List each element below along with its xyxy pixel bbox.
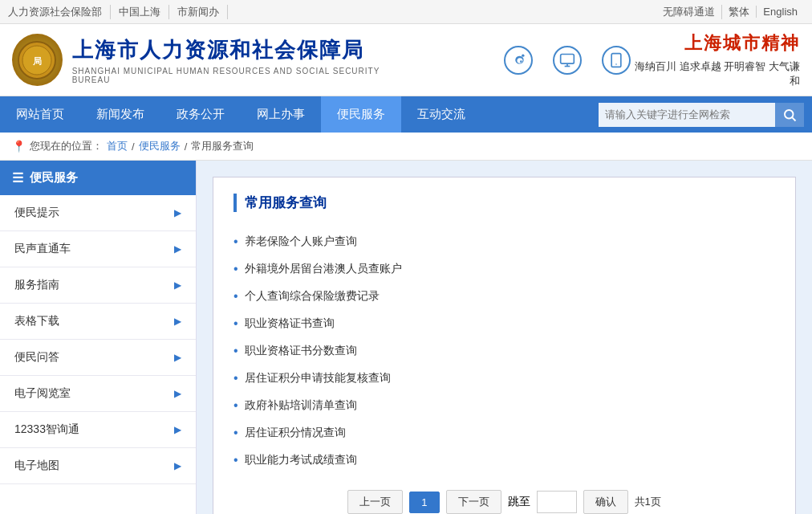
content-box: 常用服务查询 养老保险个人账户查询 外籍境外居留台港澳人员查账户 个人查询综合保… [213, 177, 796, 514]
mobile-icon [602, 46, 631, 75]
next-page-button[interactable]: 下一页 [446, 490, 501, 514]
list-item: 职业资格证书分数查询 [233, 337, 775, 365]
total-pages: 共1页 [635, 495, 661, 509]
sidebar-item-label: 电子阅览室 [14, 386, 71, 401]
nav-online[interactable]: 网上办事 [241, 96, 321, 133]
top-link-accessible[interactable]: 无障碍通道 [656, 5, 721, 19]
breadcrumb-service[interactable]: 便民服务 [139, 139, 181, 153]
sidebar-arrow-icon: ▶ [174, 279, 181, 291]
sidebar-arrow-icon: ▶ [174, 352, 181, 363]
sidebar-header: ☰ 便民服务 [0, 161, 196, 195]
nav: 网站首页 新闻发布 政务公开 网上办事 便民服务 互动交流 [0, 96, 812, 133]
service-link[interactable]: 外籍境外居留台港澳人员查账户 [245, 262, 402, 276]
logo-subtitle: SHANGHAI MUNICIPAL HUMAN RESOURCES AND S… [72, 67, 408, 84]
svg-rect-7 [611, 53, 621, 67]
nav-service[interactable]: 便民服务 [321, 96, 401, 133]
breadcrumb-label: 您现在的位置： [30, 139, 103, 153]
sidebar-item-label: 便民提示 [14, 206, 59, 220]
list-item: 职业能力考试成绩查询 [233, 447, 775, 474]
service-link[interactable]: 养老保险个人账户查询 [245, 235, 357, 249]
breadcrumb: 📍 您现在的位置： 首页 / 便民服务 / 常用服务查询 [0, 133, 812, 161]
top-bar: 人力资源社会保险部 中国上海 市新闻办 无障碍通道 繁体 English [0, 0, 812, 24]
nav-gov[interactable]: 政务公开 [160, 96, 241, 133]
menu-icon: ☰ [12, 170, 23, 186]
breadcrumb-sep1: / [132, 141, 135, 153]
top-link-traditional[interactable]: 繁体 [721, 5, 756, 19]
monitor-icon-item[interactable] [553, 46, 582, 75]
svg-point-9 [785, 110, 794, 119]
sidebar-item-faq[interactable]: 便民问答 ▶ [0, 340, 196, 376]
sidebar-item-forms[interactable]: 表格下载 ▶ [0, 304, 196, 340]
top-link-news[interactable]: 市新闻办 [169, 5, 228, 19]
logo-title: 上海市人力资源和社会保障局 [72, 36, 408, 64]
service-link[interactable]: 居住证积分情况查询 [245, 426, 346, 440]
page-jump-input[interactable] [537, 491, 577, 513]
list-item: 居住证积分申请技能复核查询 [233, 365, 775, 392]
sidebar-item-tips[interactable]: 便民提示 ▶ [0, 195, 196, 231]
list-item: 政府补贴培训清单查询 [233, 392, 775, 419]
list-item: 个人查询综合保险缴费记录 [233, 283, 775, 310]
search-input[interactable] [599, 103, 775, 127]
prev-page-button[interactable]: 上一页 [347, 490, 403, 514]
service-link[interactable]: 职业资格证书查询 [245, 316, 335, 331]
weibo-icon-item[interactable] [504, 46, 533, 75]
service-link[interactable]: 居住证积分申请技能复核查询 [245, 371, 391, 386]
search-button[interactable] [775, 103, 804, 127]
slogan-sub: 海纳百川 追求卓越 开明睿智 大气谦和 [631, 59, 800, 88]
nav-search-area [599, 103, 812, 127]
sidebar-item-label: 便民问答 [14, 350, 59, 365]
content-wrapper: ☰ 便民服务 便民提示 ▶ 民声直通车 ▶ 服务指南 ▶ 表格下载 ▶ 便民问答… [0, 161, 812, 514]
nav-news[interactable]: 新闻发布 [80, 96, 160, 133]
sidebar-arrow-icon: ▶ [174, 316, 181, 327]
service-link[interactable]: 个人查询综合保险缴费记录 [245, 289, 380, 304]
breadcrumb-home[interactable]: 首页 [107, 139, 128, 153]
breadcrumb-current: 常用服务查询 [191, 139, 254, 153]
sidebar-arrow-icon: ▶ [174, 460, 181, 471]
sidebar-arrow-icon: ▶ [174, 424, 181, 435]
confirm-button[interactable]: 确认 [583, 490, 628, 514]
top-link-shanghai[interactable]: 中国上海 [111, 5, 169, 19]
top-link-hr[interactable]: 人力资源社会保险部 [8, 5, 111, 19]
service-link[interactable]: 政府补贴培训清单查询 [245, 398, 357, 413]
header: 局 上海市人力资源和社会保障局 SHANGHAI MUNICIPAL HUMAN… [0, 24, 812, 96]
sidebar-item-voice[interactable]: 民声直通车 ▶ [0, 231, 196, 267]
page-1-button[interactable]: 1 [409, 492, 439, 513]
slogan-title: 上海城市精神 [631, 31, 800, 55]
jump-label: 跳至 [508, 495, 530, 509]
logo-area: 局 上海市人力资源和社会保障局 SHANGHAI MUNICIPAL HUMAN… [12, 34, 408, 86]
service-list: 养老保险个人账户查询 外籍境外居留台港澳人员查账户 个人查询综合保险缴费记录 职… [233, 228, 775, 474]
list-item: 外籍境外居留台港澳人员查账户 [233, 255, 775, 283]
pagination: 上一页 1 下一页 跳至 确认 共1页 [233, 474, 775, 514]
list-item: 居住证积分情况查询 [233, 419, 775, 447]
logo-icon: 局 [12, 34, 63, 86]
weibo-icon [504, 46, 533, 75]
header-right: 上海城市精神 海纳百川 追求卓越 开明睿智 大气谦和 [631, 31, 800, 88]
sidebar-arrow-icon: ▶ [174, 207, 181, 218]
top-bar-right: 无障碍通道 繁体 English [656, 5, 804, 19]
nav-interact[interactable]: 互动交流 [401, 96, 481, 133]
sidebar-item-guide[interactable]: 服务指南 ▶ [0, 267, 196, 304]
service-link[interactable]: 职业资格证书分数查询 [245, 344, 357, 358]
sidebar-item-12333[interactable]: 12333智询通 ▶ [0, 412, 196, 448]
sidebar-item-label: 服务指南 [14, 278, 59, 292]
sidebar-item-label: 民声直通车 [14, 242, 71, 256]
sidebar-arrow-icon: ▶ [174, 243, 181, 255]
content-title: 常用服务查询 [233, 194, 775, 212]
svg-point-3 [522, 54, 524, 56]
sidebar-item-library[interactable]: 电子阅览室 ▶ [0, 376, 196, 412]
logo-text: 上海市人力资源和社会保障局 SHANGHAI MUNICIPAL HUMAN R… [72, 36, 408, 84]
svg-rect-4 [561, 54, 574, 63]
sidebar-item-label: 表格下载 [14, 314, 59, 328]
list-item: 职业资格证书查询 [233, 310, 775, 337]
mobile-icon-item[interactable] [602, 46, 631, 75]
nav-home[interactable]: 网站首页 [0, 96, 80, 133]
service-link[interactable]: 职业能力考试成绩查询 [245, 453, 357, 467]
sidebar-item-map[interactable]: 电子地图 ▶ [0, 448, 196, 484]
monitor-icon [553, 46, 582, 75]
main-content: 常用服务查询 养老保险个人账户查询 外籍境外居留台港澳人员查账户 个人查询综合保… [197, 161, 812, 514]
location-icon: 📍 [12, 140, 26, 153]
sidebar-item-label: 12333智询通 [14, 422, 79, 437]
header-icons [504, 46, 631, 75]
sidebar-arrow-icon: ▶ [174, 388, 181, 399]
top-link-english[interactable]: English [756, 6, 804, 18]
